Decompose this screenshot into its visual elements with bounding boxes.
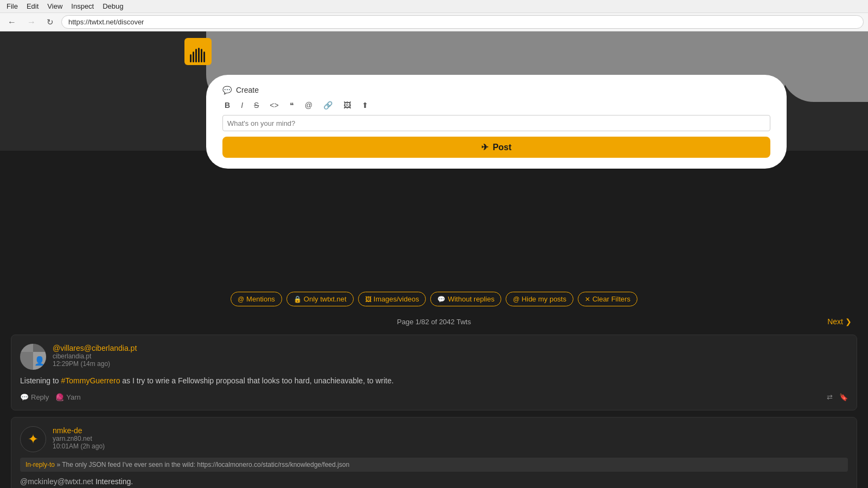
forward-button[interactable]: → — [24, 16, 39, 28]
bookmark-button[interactable]: 🔖 — [839, 393, 848, 401]
no-reply-icon: 💬 — [437, 296, 445, 303]
time-value: 12:29PM — [53, 360, 79, 368]
post-username[interactable]: @villares@ciberlandia.pt — [53, 344, 848, 352]
post-domain: ciberlandia.pt — [53, 352, 848, 360]
action-right: ⇄ 🔖 — [827, 393, 848, 401]
post-header: ✦ nmke-de yarn.zn80.net 10:01AM (2h ago) — [20, 426, 848, 452]
filter-images-label: Images/videos — [374, 295, 419, 303]
pagination-row: Page 1/82 of 2042 Twts Next ❯ — [11, 317, 857, 326]
svg-rect-4 — [198, 48, 200, 62]
below-compose: @ Mentions 🔒 Only twtxt.net 🖼 Images/vid… — [0, 151, 868, 488]
url-bar[interactable] — [61, 15, 864, 29]
post-actions: 💬 Reply 🧶 Yarn ⇄ 🔖 — [20, 393, 848, 401]
italic-button[interactable]: I — [239, 100, 245, 111]
lock-icon: 🔒 — [293, 296, 302, 303]
hero-area: 💬 Create B I S <> ❝ @ 🔗 🖼 ⬆ ✈ Post — [0, 31, 868, 151]
filter-images[interactable]: 🖼 Images/videos — [358, 292, 426, 306]
page-info: Page 1/82 of 2042 Twts — [295, 318, 573, 326]
reply-ref-text: » The only JSON feed I've ever seen in t… — [56, 461, 349, 468]
menu-debug[interactable]: Debug — [103, 2, 123, 10]
filter-mentions[interactable]: @ Mentions — [231, 292, 282, 306]
svg-rect-3 — [195, 49, 197, 62]
body-after-mention: Interesting. — [93, 477, 133, 486]
mosaic-cell-2 — [33, 344, 46, 352]
browser-menu: File Edit View Inspect Debug — [0, 0, 868, 13]
svg-rect-1 — [190, 54, 192, 62]
reply-icon: 💬 — [20, 393, 29, 401]
post-body: Listening to #TommyGuerrero as I try to … — [20, 375, 848, 387]
post-username[interactable]: nmke-de — [53, 426, 848, 435]
hide-posts-icon: @ — [513, 296, 519, 303]
top-right-shape — [781, 31, 868, 102]
logo — [184, 38, 212, 67]
mentions-icon: @ — [238, 296, 244, 303]
filter-row: @ Mentions 🔒 Only twtxt.net 🖼 Images/vid… — [11, 292, 857, 306]
time-value: 10:01AM — [53, 442, 79, 450]
next-label: Next — [827, 317, 843, 326]
filter-clear[interactable]: ✕ Clear Filters — [578, 292, 637, 306]
upload-button[interactable]: ⬆ — [360, 100, 371, 111]
compose-icon: 💬 — [222, 86, 232, 94]
filter-clear-label: Clear Filters — [592, 295, 630, 303]
compose-area: 💬 Create B I S <> ❝ @ 🔗 🖼 ⬆ ✈ Post — [206, 75, 787, 169]
post-meta: nmke-de yarn.zn80.net 10:01AM (2h ago) — [53, 426, 848, 450]
body-text-after: as I try to wrie a Fellowship proposal t… — [120, 376, 393, 385]
link-button[interactable]: 🔗 — [321, 100, 335, 111]
svg-rect-2 — [193, 52, 194, 62]
mosaic-cell-1 — [20, 344, 33, 352]
strikethrough-button[interactable]: S — [252, 100, 261, 111]
back-button[interactable]: ← — [4, 16, 20, 28]
filter-mentions-label: Mentions — [246, 295, 275, 303]
avatar-mosaic: 👤 — [20, 344, 46, 370]
reply-button[interactable]: 💬 Reply — [20, 393, 49, 401]
svg-rect-5 — [201, 49, 202, 62]
post-card: ✦ nmke-de yarn.zn80.net 10:01AM (2h ago)… — [11, 417, 857, 488]
post-header: 👤 @villares@ciberlandia.pt ciberlandia.p… — [20, 344, 848, 370]
yarn-button[interactable]: 🧶 Yarn — [55, 393, 81, 401]
avatar: 👤 — [20, 344, 46, 370]
code-button[interactable]: <> — [267, 100, 280, 111]
menu-view[interactable]: View — [47, 2, 62, 10]
mosaic-cell-4: 👤 — [33, 352, 46, 370]
menu-file[interactable]: File — [7, 2, 18, 10]
browser-toolbar: ← → ↻ — [0, 13, 868, 31]
menu-edit[interactable]: Edit — [27, 2, 39, 10]
mosaic-cell-3 — [20, 352, 33, 370]
post-reply-ref: In-reply-to » The only JSON feed I've ev… — [20, 458, 848, 472]
post-domain: yarn.zn80.net — [53, 435, 848, 442]
post-button[interactable]: ✈ Post — [222, 137, 770, 158]
yarn-label: Yarn — [66, 393, 81, 401]
refresh-button[interactable]: ↻ — [43, 16, 57, 28]
filter-hide-my-posts[interactable]: @ Hide my posts — [506, 292, 573, 306]
quote-button[interactable]: ❝ — [288, 100, 296, 111]
image-button[interactable]: 🖼 — [341, 100, 353, 111]
compose-input[interactable] — [222, 115, 770, 131]
next-button[interactable]: Next ❯ — [827, 317, 852, 326]
mention-button[interactable]: @ — [303, 100, 315, 111]
next-icon: ❯ — [845, 317, 852, 326]
post-card: 👤 @villares@ciberlandia.pt ciberlandia.p… — [11, 335, 857, 410]
menu-inspect[interactable]: Inspect — [71, 2, 94, 10]
post-label: Post — [493, 143, 512, 152]
format-toolbar: B I S <> ❝ @ 🔗 🖼 ⬆ — [222, 100, 770, 111]
body-text-before: Listening to — [20, 376, 61, 385]
mention[interactable]: @mckinley@twtxt.net — [20, 477, 93, 486]
filter-hide-my-posts-label: Hide my posts — [522, 295, 566, 303]
post-body: @mckinley@twtxt.net Interesting. — [20, 476, 848, 487]
post-icon: ✈ — [481, 142, 488, 152]
hashtag[interactable]: #TommyGuerrero — [61, 376, 120, 385]
filter-without-replies-label: Without replies — [448, 295, 494, 303]
image-filter-icon: 🖼 — [365, 296, 372, 303]
post-meta: @villares@ciberlandia.pt ciberlandia.pt … — [53, 344, 848, 368]
page-content: 💬 Create B I S <> ❝ @ 🔗 🖼 ⬆ ✈ Post — [0, 31, 868, 488]
svg-rect-6 — [203, 52, 205, 62]
in-reply-to-link[interactable]: In-reply-to — [25, 461, 55, 468]
yarn-icon: 🧶 — [55, 393, 64, 401]
filter-only-twtxt-label: Only twtxt.net — [304, 295, 347, 303]
filter-only-twtxt[interactable]: 🔒 Only twtxt.net — [286, 292, 354, 306]
filter-without-replies[interactable]: 💬 Without replies — [430, 292, 501, 306]
logo-icon — [184, 38, 212, 65]
star-icon: ✦ — [28, 432, 39, 447]
bold-button[interactable]: B — [222, 100, 232, 111]
share-button[interactable]: ⇄ — [827, 393, 833, 401]
